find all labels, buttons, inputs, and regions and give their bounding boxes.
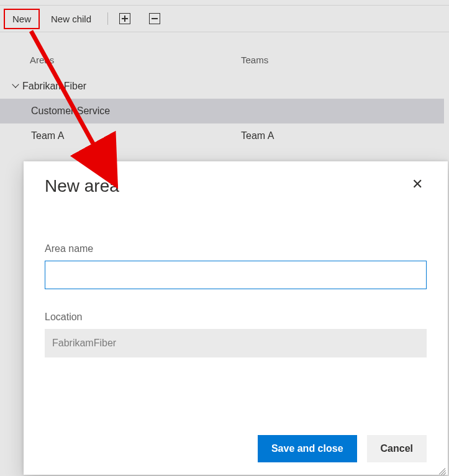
toolbar: New New child (0, 5, 449, 32)
close-icon[interactable]: ✕ (408, 176, 427, 192)
tree-row[interactable]: Team A Team A (0, 123, 444, 148)
column-areas-header: Areas (30, 55, 241, 65)
dialog-title: New area (45, 176, 119, 196)
new-area-dialog: New area ✕ Area name Location FabrikamFi… (24, 161, 448, 475)
cancel-button[interactable]: Cancel (367, 435, 427, 462)
chevron-down-icon[interactable] (11, 82, 20, 91)
tree-root-label: FabrikamFiber (22, 81, 86, 92)
expand-plus-icon[interactable] (119, 13, 130, 24)
column-teams-header: Teams (241, 55, 444, 65)
area-name-input[interactable] (45, 261, 427, 289)
location-label: Location (45, 312, 427, 323)
tree-row-area: Customer Service (31, 106, 110, 117)
tree-row-area: Team A (31, 130, 64, 141)
resize-handle-icon[interactable] (438, 465, 447, 474)
tree-row-team: Team A (241, 130, 444, 141)
area-tree: FabrikamFiber Customer Service Team A Te… (0, 74, 449, 148)
tree-root-row[interactable]: FabrikamFiber (0, 74, 444, 99)
save-and-close-button[interactable]: Save and close (258, 435, 357, 462)
new-child-button[interactable]: New child (42, 9, 100, 29)
area-name-label: Area name (45, 243, 427, 254)
tree-row[interactable]: Customer Service (0, 99, 444, 123)
new-button[interactable]: New (4, 9, 40, 29)
collapse-minus-icon[interactable] (149, 13, 160, 24)
location-field[interactable]: FabrikamFiber (45, 329, 427, 357)
toolbar-divider (107, 12, 108, 25)
column-headers: Areas Teams (0, 32, 449, 74)
